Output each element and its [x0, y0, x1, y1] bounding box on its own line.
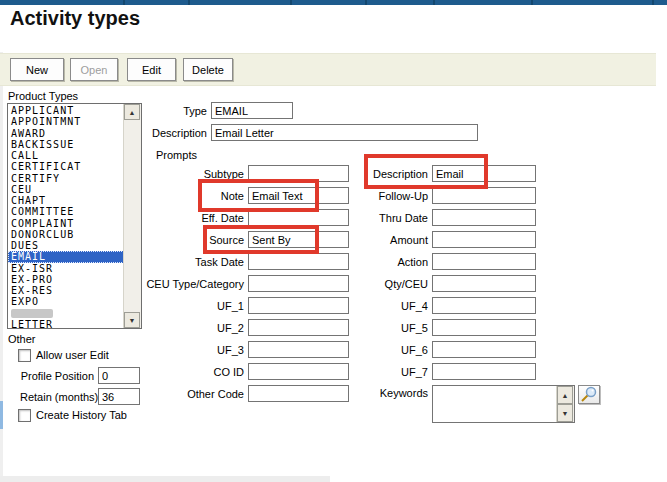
uf7-input[interactable]	[432, 363, 536, 380]
delete-button[interactable]: Delete	[183, 58, 233, 81]
page-title: Activity types	[10, 7, 140, 30]
uf7-label: UF_7	[328, 366, 428, 378]
profile-position-row: Profile Position	[20, 367, 140, 384]
uf6-input[interactable]	[432, 341, 536, 358]
scroll-down-icon[interactable]: ▼	[557, 404, 573, 422]
amount-row: Amount	[328, 231, 536, 248]
other-label: Other	[8, 333, 36, 345]
action-label: Action	[328, 256, 428, 268]
list-item[interactable]: DUES	[8, 240, 124, 251]
list-item[interactable]: CEU	[8, 184, 124, 195]
list-item[interactable]: EX-PRO	[8, 274, 124, 285]
thru-date-row: Thru Date	[328, 209, 536, 226]
source-label: Source	[124, 234, 244, 246]
list-item[interactable]: CERTIFY	[8, 173, 124, 184]
uf4-label: UF_4	[328, 300, 428, 312]
retain-months-input[interactable]	[98, 388, 140, 405]
source-row: Source	[124, 231, 349, 248]
topbar-divider	[365, 0, 367, 5]
toolbar: New Open Edit Delete	[0, 53, 656, 86]
uf2-label: UF_2	[124, 322, 244, 334]
background-window-edge-blue	[0, 401, 3, 429]
allow-user-edit-row: Allow user Edit	[18, 348, 109, 362]
eff-date-label: Eff. Date	[124, 212, 244, 224]
topbar-divider	[123, 0, 125, 5]
product-types-label: Product Types	[8, 90, 78, 102]
list-item[interactable]: CHAPT	[8, 195, 124, 206]
topbar-divider	[188, 0, 190, 5]
uf3-row: UF_3	[124, 341, 349, 358]
uf5-row: UF_5	[328, 319, 536, 336]
qty-ceu-row: Qty/CEU	[328, 275, 536, 292]
scroll-up-icon[interactable]: ▲	[557, 386, 573, 404]
prompt-description-input[interactable]	[432, 165, 536, 182]
uf3-label: UF_3	[124, 344, 244, 356]
keywords-lookup-button[interactable]	[578, 385, 600, 404]
eff-date-row: Eff. Date	[124, 209, 349, 226]
profile-position-label: Profile Position	[20, 370, 94, 382]
qty-ceu-input[interactable]	[432, 275, 536, 292]
co-id-label: CO ID	[124, 366, 244, 378]
list-item-selected[interactable]: EMAIL	[8, 251, 124, 262]
topbar-divider	[531, 0, 533, 5]
follow-up-label: Follow-Up	[328, 190, 428, 202]
topbar-divider	[290, 0, 292, 5]
type-input[interactable]	[211, 102, 293, 119]
bottom-edge-strip	[0, 476, 330, 482]
topbar-divider	[652, 0, 654, 5]
action-row: Action	[328, 253, 536, 270]
list-item[interactable]: CALL	[8, 150, 124, 161]
task-date-row: Task Date	[124, 253, 349, 270]
create-history-tab-label: Create History Tab	[36, 409, 127, 421]
topbar-divider	[433, 0, 435, 5]
ceu-type-category-row: CEU Type/Category	[124, 275, 349, 292]
thru-date-label: Thru Date	[328, 212, 428, 224]
profile-position-input[interactable]	[98, 367, 140, 384]
follow-up-row: Follow-Up	[328, 187, 536, 204]
other-code-label: Other Code	[124, 388, 244, 400]
list-item[interactable]: LETTER	[8, 319, 124, 328]
uf1-label: UF_1	[124, 300, 244, 312]
allow-user-edit-checkbox[interactable]	[18, 349, 31, 362]
subtype-label: Subtype	[124, 168, 244, 180]
list-item[interactable]: COMMITTEE	[8, 206, 124, 217]
keywords-field: ▲ ▼	[432, 385, 575, 423]
keywords-label: Keywords	[328, 387, 428, 399]
list-item[interactable]: COMPLAINT	[8, 218, 124, 229]
follow-up-input[interactable]	[432, 187, 536, 204]
prompt-description-label: Description	[328, 168, 428, 180]
uf4-input[interactable]	[432, 297, 536, 314]
list-item[interactable]: EX-ISR	[8, 263, 124, 274]
other-code-row: Other Code	[124, 385, 349, 402]
uf5-label: UF_5	[328, 322, 428, 334]
note-label: Note	[124, 190, 244, 202]
list-item[interactable]: CERTIFICAT	[8, 161, 124, 172]
keywords-textarea[interactable]	[433, 386, 557, 422]
task-date-label: Task Date	[124, 256, 244, 268]
action-input[interactable]	[432, 253, 536, 270]
description-row: Description	[107, 124, 478, 141]
ceu-type-category-label: CEU Type/Category	[124, 278, 244, 290]
create-history-tab-checkbox[interactable]	[18, 409, 31, 422]
amount-input[interactable]	[432, 231, 536, 248]
retain-months-row: Retain (months)	[20, 388, 140, 405]
open-button[interactable]: Open	[70, 58, 118, 81]
edit-button[interactable]: Edit	[127, 58, 176, 81]
type-label: Type	[107, 105, 207, 117]
list-item[interactable]: EX-RES	[8, 285, 124, 296]
top-blue-bar	[0, 0, 667, 5]
type-row: Type	[107, 102, 293, 119]
keywords-scrollbar[interactable]: ▲ ▼	[556, 386, 574, 422]
list-item[interactable]: EXPO	[8, 296, 124, 307]
thru-date-input[interactable]	[432, 209, 536, 226]
list-item[interactable]: DONORCLUB	[8, 229, 124, 240]
co-id-row: CO ID	[124, 363, 349, 380]
keywords-row: Keywords ▲ ▼	[328, 385, 575, 423]
description-input[interactable]	[211, 124, 478, 141]
create-history-tab-row: Create History Tab	[18, 408, 127, 422]
uf7-row: UF_7	[328, 363, 536, 380]
uf1-row: UF_1	[124, 297, 349, 314]
list-item-redacted[interactable]	[8, 308, 124, 319]
new-button[interactable]: New	[10, 58, 64, 81]
uf5-input[interactable]	[432, 319, 536, 336]
